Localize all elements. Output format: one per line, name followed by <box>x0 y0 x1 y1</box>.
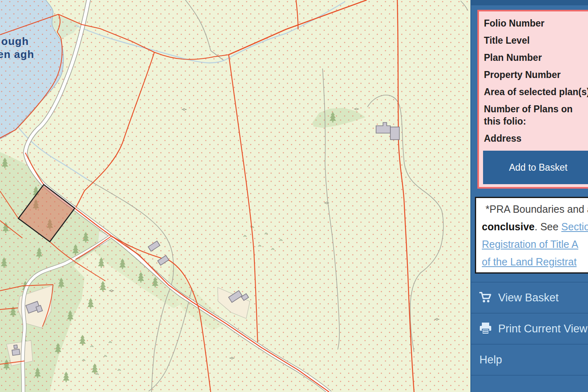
menu-view-basket[interactable]: View Basket <box>471 282 588 313</box>
map-viewport[interactable]: ough en agh <box>0 0 470 392</box>
side-panel: Folio Number Title Level Plan Number Pro… <box>470 0 588 392</box>
land-registration-rules-link[interactable]: of the Land Registrat <box>482 256 577 267</box>
menu-label: Print Current View <box>498 323 588 335</box>
disclaimer-line-3: Registration of Title A <box>482 236 588 253</box>
menu-label: Help <box>479 354 502 366</box>
lake-label-line1: ough <box>1 35 29 47</box>
section-link[interactable]: Sectio <box>561 221 588 232</box>
info-label-area: Area of selected plan(s) <box>484 86 588 98</box>
printer-icon <box>479 322 492 336</box>
menu-label: View Basket <box>498 292 559 304</box>
info-label-plan-number: Plan Number <box>484 51 588 64</box>
menu-print-current-view[interactable]: Print Current View <box>471 313 588 344</box>
disclaimer-text: *PRA Boundaries and ar <box>486 203 588 215</box>
plan-info-box: Folio Number Title Level Plan Number Pro… <box>477 10 588 189</box>
landdirect-map-viewer: { "map": { "lake_label": { "line1": "oug… <box>0 0 588 392</box>
menu-divider <box>471 375 588 376</box>
disclaimer-bold-text: conclusive <box>482 221 535 232</box>
disclaimer-line-2: conclusive. See Sectio <box>482 218 588 236</box>
info-label-address: Address <box>484 132 588 145</box>
disclaimer-line-4: of the Land Registrat <box>482 253 588 271</box>
info-label-folio-number: Folio Number <box>484 17 588 29</box>
info-label-title-level: Title Level <box>484 34 588 47</box>
dot-pattern-overlay <box>0 0 470 392</box>
map-canvas: ough en agh <box>0 0 470 392</box>
info-label-property-number: Property Number <box>484 69 588 81</box>
registration-of-title-link[interactable]: Registration of Title A <box>482 238 578 250</box>
info-label-plan-count: Number of Plans on this folio: <box>484 103 587 127</box>
panel-top-bar <box>471 0 588 5</box>
cart-icon <box>479 291 492 305</box>
add-to-basket-button[interactable]: Add to Basket <box>483 151 588 184</box>
panel-menu: View Basket Print Current View Help <box>471 282 588 376</box>
menu-help[interactable]: Help <box>471 344 588 375</box>
disclaimer-line-1: *PRA Boundaries and ar <box>482 200 588 218</box>
disclaimer-box: *PRA Boundaries and ar conclusive. See S… <box>475 197 588 274</box>
lake-label-line2: en agh <box>0 48 34 60</box>
disclaimer-mid-text: . See <box>535 221 561 232</box>
